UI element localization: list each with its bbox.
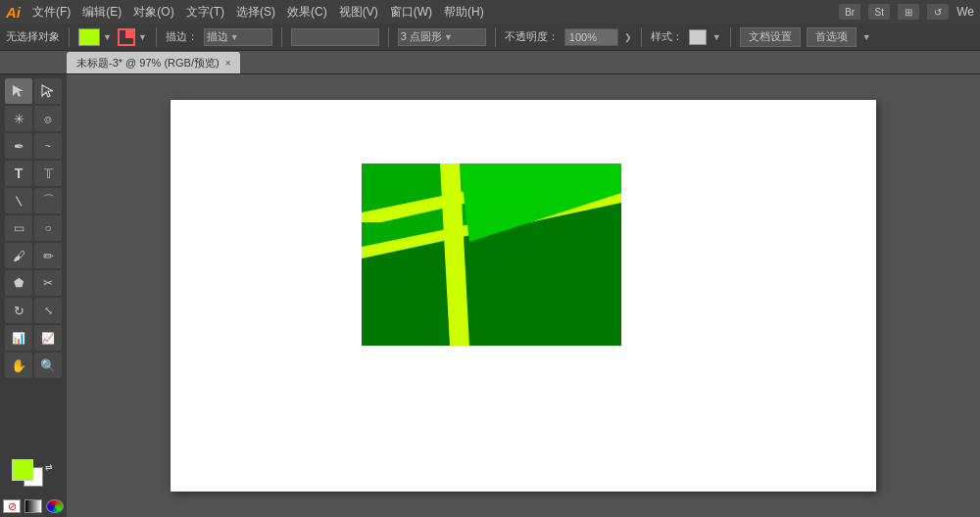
left-toolbar: ✳ ⌾ ✒ ~ T 𝕋 / ⌒: [0, 74, 67, 517]
fill-dropdown-arrow: ▼: [103, 32, 112, 42]
style-swatch[interactable]: [689, 29, 707, 45]
ellipse-tool-button[interactable]: ○: [34, 215, 62, 241]
graph-tool-button[interactable]: 📊: [5, 325, 32, 351]
shape-label: 3 点圆形: [401, 29, 442, 44]
title-right-icons: Br St ⊞ ↺ We: [839, 4, 974, 20]
artwork-container: [362, 164, 621, 346]
preferences-button[interactable]: 首选项: [807, 27, 857, 47]
menu-edit[interactable]: 编辑(E): [82, 4, 122, 21]
scissors-tool-button[interactable]: ✂: [34, 270, 62, 296]
paintbrush-tool-button[interactable]: 🖌: [5, 243, 32, 268]
tool-row-2: ✳ ⌾: [5, 106, 62, 131]
main-area: ✳ ⌾ ✒ ~ T 𝕋 / ⌒: [0, 74, 980, 517]
line-tool-button[interactable]: /: [5, 188, 32, 213]
artwork-svg: [362, 164, 621, 346]
opacity-arrow: ❯: [624, 32, 632, 42]
fill-swatch[interactable]: [78, 28, 100, 46]
tab-close-button[interactable]: ×: [225, 58, 231, 69]
style-label: 样式：: [651, 29, 683, 44]
user-label: We: [956, 5, 974, 19]
opacity-input[interactable]: [564, 28, 618, 46]
tool-row-9: ↻ ⤡: [5, 298, 62, 323]
curvature-tool-button[interactable]: ~: [34, 133, 62, 159]
document-tab[interactable]: 未标题-3* @ 97% (RGB/预览) ×: [67, 52, 240, 73]
tool-row-5: / ⌒: [5, 188, 62, 213]
bar-graph-tool-button[interactable]: 📈: [34, 325, 62, 351]
swatch-gradient-icon[interactable]: [46, 499, 64, 513]
none-color-icon[interactable]: ⊘: [3, 499, 21, 513]
options-toolbar: 无选择对象 ▼ ▼ 描边： 描边 ▼ 3 点圆形 ▼ 不透明度： ❯ 样式： ▼…: [0, 24, 980, 51]
lasso-tool-button[interactable]: ⌾: [34, 106, 62, 131]
stroke-dropdown[interactable]: 描边 ▼: [204, 28, 272, 46]
no-selection-label: 无选择对象: [6, 29, 60, 44]
menu-view[interactable]: 视图(V): [339, 4, 378, 21]
svg-marker-1: [42, 85, 53, 97]
eraser-tool-button[interactable]: ⬟: [5, 270, 32, 296]
title-bar: Ai 文件(F) 编辑(E) 对象(O) 文字(T) 选择(S) 效果(C) 视…: [0, 0, 980, 24]
zoom-tool-button[interactable]: 🔍: [34, 352, 62, 378]
scale-tool-button[interactable]: ⤡: [34, 298, 62, 323]
svg-marker-0: [13, 85, 24, 97]
bridge-icon: Br: [839, 4, 860, 20]
style-dd-arrow: ▼: [712, 32, 721, 42]
menu-window[interactable]: 窗口(W): [390, 4, 432, 21]
blob-brush-tool-button[interactable]: ✏: [34, 243, 62, 268]
tool-row-10: 📊 📈: [5, 325, 62, 351]
tool-row-4: T 𝕋: [5, 161, 62, 186]
tab-title: 未标题-3* @ 97% (RGB/预览): [76, 56, 220, 70]
shape-dropdown[interactable]: 3 点圆形 ▼: [398, 28, 486, 46]
doc-settings-button[interactable]: 文档设置: [740, 27, 801, 47]
menu-help[interactable]: 帮助(H): [444, 4, 484, 21]
menu-file[interactable]: 文件(F): [32, 4, 71, 21]
sync-icon: ↺: [927, 4, 949, 20]
color-mode-icons: ⊘: [3, 499, 64, 513]
preferences-arrow: ▼: [862, 32, 871, 42]
stroke-width-input[interactable]: [291, 28, 379, 46]
artboard: [171, 100, 876, 492]
hand-tool-button[interactable]: ✋: [5, 352, 32, 378]
tab-bar: 未标题-3* @ 97% (RGB/预览) ×: [0, 51, 980, 74]
menu-effect[interactable]: 效果(C): [287, 4, 327, 21]
gradient-icon[interactable]: [24, 499, 42, 513]
color-swatches-area: ⇄ ⊘: [3, 455, 64, 513]
menu-object[interactable]: 对象(O): [133, 4, 173, 21]
fg-bg-swatch-container: ⇄: [12, 459, 55, 493]
menu-select[interactable]: 选择(S): [236, 4, 275, 21]
foreground-color-swatch[interactable]: [12, 459, 33, 481]
rect-tool-button[interactable]: ▭: [5, 215, 32, 241]
opacity-label: 不透明度：: [505, 29, 559, 44]
magic-wand-button[interactable]: ✳: [5, 106, 32, 131]
type-tool-button[interactable]: T: [5, 161, 32, 186]
app-logo: Ai: [6, 4, 21, 21]
tool-row-6: ▭ ○: [5, 215, 62, 241]
tool-row-7: 🖌 ✏: [5, 243, 62, 268]
menu-type[interactable]: 文字(T): [186, 4, 224, 21]
touch-type-tool-button[interactable]: 𝕋: [34, 161, 62, 186]
canvas-area: [67, 74, 980, 517]
tool-row-3: ✒ ~: [5, 133, 62, 159]
menu-bar[interactable]: 文件(F) 编辑(E) 对象(O) 文字(T) 选择(S) 效果(C) 视图(V…: [32, 4, 484, 21]
swap-colors-button[interactable]: ⇄: [45, 459, 55, 469]
stroke-icon: [118, 28, 135, 46]
tool-row-1: [5, 78, 62, 104]
selection-tool-button[interactable]: [5, 78, 32, 104]
direct-selection-tool-button[interactable]: [34, 78, 62, 104]
pen-tool-button[interactable]: ✒: [5, 133, 32, 159]
arc-tool-button[interactable]: ⌒: [34, 188, 62, 213]
stroke-label: 描边：: [166, 29, 198, 44]
rotate-tool-button[interactable]: ↻: [5, 298, 32, 323]
tool-row-8: ⬟ ✂: [5, 270, 62, 296]
stroke-dd-arrow: ▼: [230, 32, 239, 42]
grid-icon: ⊞: [898, 4, 919, 20]
stroke-dropdown-arrow: ▼: [138, 32, 147, 42]
tool-row-11: ✋ 🔍: [5, 352, 62, 378]
stock-icon: St: [868, 4, 890, 20]
fill-swatch-container[interactable]: ▼: [78, 28, 112, 46]
stroke-container: ▼: [118, 28, 147, 46]
